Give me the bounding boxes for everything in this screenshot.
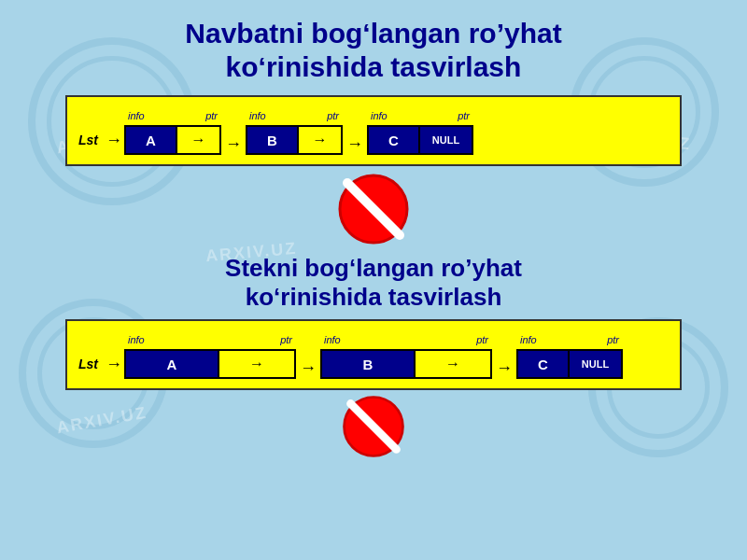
subtitle-section: Stekni bog‘langan ro’yhat ko‘rinishida t… (0, 248, 747, 317)
node-a-ptr-label-2: ptr (280, 334, 292, 345)
node-c-1: info ptr C NULL (367, 125, 473, 155)
node-c-2: info ptr C NULL (516, 349, 623, 379)
node-a-value-2: A (126, 351, 219, 377)
node-b-ptr-1: → (299, 127, 341, 153)
node-c-ptr-label-1: ptr (458, 110, 470, 121)
node-a-info-label-1: info (128, 110, 145, 121)
arrow-in-1: → (106, 131, 122, 150)
node-c-value-2: C (518, 351, 570, 377)
node-c-info-label-1: info (371, 110, 388, 121)
title-line1: Navbatni bog‘langan ro’yhat (19, 17, 728, 50)
node-a-ptr-1: → (177, 127, 219, 153)
node-b-ptr-label-1: ptr (327, 110, 339, 121)
arrow-bc-2: → (496, 358, 513, 378)
node-a-info-label-2: info (128, 334, 145, 345)
node-b-ptr-label-2: ptr (476, 334, 488, 345)
arrow-ab-2: → (300, 358, 317, 378)
node-a-ptr-2: → (219, 351, 294, 377)
arrow-ab-1: → (225, 134, 242, 154)
node-b-info-label-1: info (249, 110, 266, 121)
node-a-value-1: A (126, 127, 177, 153)
node-b-value-1: B (247, 127, 299, 153)
arrow-bc-1: → (346, 134, 363, 154)
diagram1: Lst → info ptr A → → info ptr B → → info (65, 95, 682, 166)
node-c-null-1: NULL (420, 127, 472, 153)
diagram2: Lst → info ptr A → → info ptr B → → info (65, 319, 682, 390)
lst-label-1: Lst (78, 133, 98, 147)
diagram2-wrapper: Lst → info ptr A → → info ptr B → → info (0, 319, 747, 390)
node-b-1: info ptr B → (246, 125, 343, 155)
node-b-2: info ptr B → (320, 349, 492, 379)
node-b-ptr-2: → (416, 351, 490, 377)
node-b-info-label-2: info (324, 334, 341, 345)
arrow-in-2: → (106, 355, 122, 374)
node-a-1: info ptr A → (124, 125, 221, 155)
node-a-2: info ptr A → (124, 349, 296, 379)
node-c-value-1: C (369, 127, 420, 153)
main-title-section: Navbatni bog‘langan ro’yhat ko‘rinishida… (0, 0, 747, 91)
node-b-value-2: B (322, 351, 416, 377)
subtitle-line1: Stekni bog‘langan ro’yhat (19, 254, 728, 283)
node-c-ptr-label-2: ptr (607, 334, 619, 345)
subtitle-line2: ko‘rinishida tasvirlash (19, 283, 728, 312)
node-c-info-label-2: info (520, 334, 537, 345)
lst-label-2: Lst (78, 357, 98, 371)
node-a-ptr-label-1: ptr (205, 110, 218, 121)
diagram1-wrapper: Lst → info ptr A → → info ptr B → → info (0, 95, 747, 166)
title-line2: ko‘rinishida tasvirlash (19, 50, 728, 84)
node-c-null-2: NULL (570, 351, 621, 377)
